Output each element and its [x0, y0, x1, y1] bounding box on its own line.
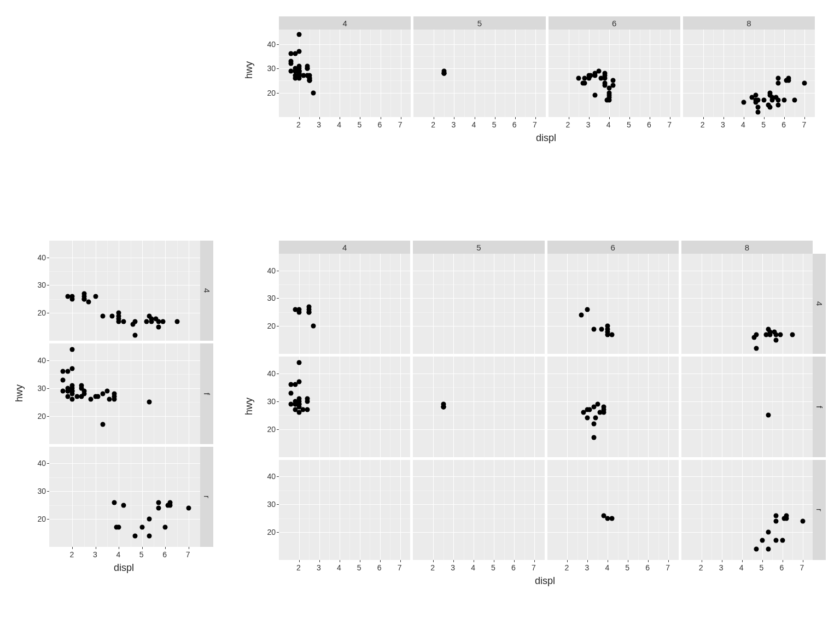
facet-strip-col: 6 [547, 241, 679, 254]
x-tick-label: 3 [317, 120, 321, 129]
x-tick-label: 6 [162, 550, 167, 559]
y-tick-label: 20 [34, 412, 46, 421]
x-tick-label: 6 [511, 563, 516, 572]
x-tick-label: 5 [491, 563, 495, 572]
data-point [780, 538, 785, 543]
data-point [766, 546, 771, 551]
data-point [121, 319, 126, 324]
facet-strip-col: 5 [413, 241, 544, 254]
x-tick-label: 3 [585, 563, 589, 572]
data-point [156, 505, 161, 510]
x-tick-label: 4 [116, 550, 120, 559]
data-point [100, 422, 105, 427]
x-tick-label: 4 [471, 563, 475, 572]
facet-strip-row: r [813, 460, 826, 560]
data-point [100, 391, 105, 396]
facet-strip-col: 4 [279, 241, 410, 254]
x-tick-label: 7 [532, 563, 536, 572]
y-axis-label: hwy [14, 384, 25, 402]
data-point [611, 78, 616, 83]
y-tick-label: 20 [264, 425, 276, 434]
x-tick-label: 4 [472, 120, 476, 129]
x-tick-label: 2 [699, 563, 703, 572]
data-point [754, 346, 759, 351]
data-point [611, 83, 616, 88]
x-tick-label: 7 [667, 120, 672, 129]
data-point [592, 73, 597, 78]
x-tick-label: 6 [377, 563, 382, 572]
data-point [174, 319, 179, 324]
data-point [65, 369, 70, 374]
data-point [296, 401, 301, 406]
data-point [133, 319, 138, 324]
data-point [774, 513, 779, 518]
panel [279, 254, 410, 354]
data-point [289, 390, 294, 395]
y-tick-label: 30 [264, 294, 276, 302]
data-point [139, 525, 144, 530]
x-tick-label: 4 [605, 563, 609, 572]
data-point [778, 332, 783, 337]
data-point [112, 500, 116, 505]
y-tick-label: 30 [264, 397, 276, 406]
x-tick-label: 3 [721, 120, 725, 129]
x-tick-label: 2 [566, 120, 570, 129]
y-tick-label: 30 [34, 281, 46, 289]
panel [49, 343, 200, 444]
data-point [116, 525, 121, 530]
y-tick-label: 40 [264, 266, 276, 275]
figure: hwydispl42345672030405234567623456782345… [5, 5, 835, 625]
y-tick-label: 30 [34, 487, 46, 495]
panel [547, 254, 679, 354]
facet-strip-row: f [200, 343, 213, 444]
x-tick-label: 4 [606, 120, 611, 129]
x-tick-label: 3 [93, 550, 97, 559]
x-tick-label: 4 [739, 563, 744, 572]
x-axis-label: displ [536, 132, 556, 144]
data-point [591, 421, 596, 426]
data-point [186, 505, 191, 510]
data-point [297, 68, 302, 73]
data-point [776, 102, 781, 107]
facet-strip-col: 5 [413, 16, 545, 30]
data-point [597, 68, 602, 73]
x-tick-label: 3 [451, 563, 455, 572]
data-point [305, 407, 310, 412]
data-point [296, 360, 301, 365]
x-tick-label: 5 [627, 120, 631, 129]
data-point [109, 313, 114, 318]
facet-strip-col: 6 [549, 16, 680, 30]
y-tick-label: 30 [34, 384, 46, 393]
data-point [592, 93, 597, 98]
data-point [297, 32, 302, 37]
facet-strip-col: 4 [279, 16, 411, 30]
data-point [70, 296, 75, 301]
y-tick-label: 40 [264, 369, 276, 378]
x-tick-label: 5 [760, 563, 764, 572]
data-point [89, 397, 94, 402]
x-tick-label: 3 [586, 120, 591, 129]
data-point [782, 97, 787, 102]
x-tick-label: 3 [719, 563, 724, 572]
x-tick-label: 2 [69, 550, 74, 559]
panel [549, 30, 680, 117]
x-axis-label: displ [114, 562, 134, 574]
x-tick-label: 5 [139, 550, 144, 559]
facet-strip-col: 8 [683, 16, 815, 30]
data-point [591, 435, 596, 440]
x-tick-label: 6 [378, 120, 382, 129]
y-axis-label: hwy [243, 61, 255, 79]
data-point [305, 66, 310, 71]
data-point [121, 503, 126, 508]
facet-strip-row: 4 [200, 241, 213, 341]
x-tick-label: 5 [761, 120, 766, 129]
x-tick-label: 6 [780, 563, 784, 572]
data-point [606, 90, 611, 95]
data-point [585, 416, 590, 421]
data-point [307, 310, 312, 314]
data-point [105, 388, 110, 393]
data-point [163, 525, 168, 530]
data-point [441, 71, 446, 76]
y-tick-label: 40 [34, 459, 46, 468]
data-point [441, 404, 446, 409]
